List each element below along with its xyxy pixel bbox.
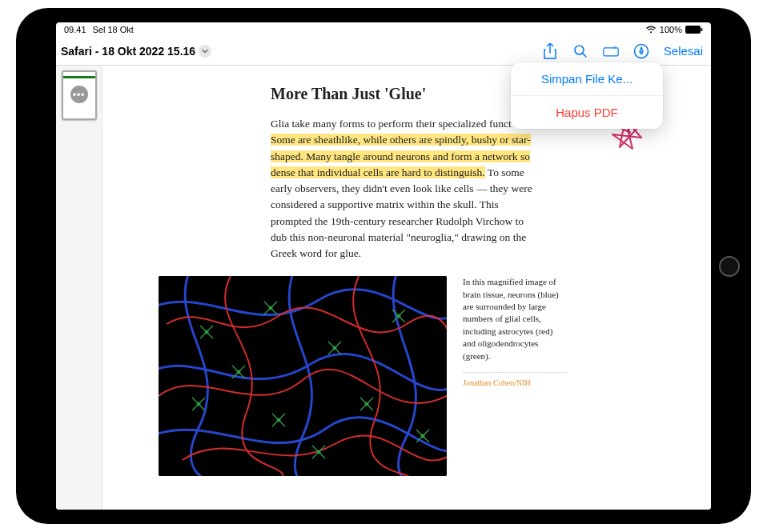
svg-point-15 — [317, 450, 321, 454]
svg-rect-1 — [701, 28, 703, 31]
figure-credit: Jonathan Cohen/NIH — [463, 372, 567, 389]
markup-icon — [633, 43, 649, 59]
article-body-pre: Glia take many forms to perform their sp… — [271, 118, 512, 130]
svg-point-13 — [421, 434, 425, 438]
svg-point-6 — [205, 330, 209, 334]
title-dropdown-button[interactable] — [199, 45, 211, 58]
figure-caption-text: In this magnified image of brain tissue,… — [463, 277, 559, 360]
status-date: Sel 18 Okt — [93, 25, 134, 34]
battery-icon — [685, 26, 703, 34]
status-bar: 09.41 Sel 18 Okt 100% — [56, 22, 711, 37]
done-button[interactable]: Selesai — [664, 44, 703, 58]
svg-rect-0 — [685, 26, 701, 34]
ipad-device-frame: 09.41 Sel 18 Okt 100% Safari - 18 Okt 20… — [16, 8, 751, 524]
delete-pdf-menuitem[interactable]: Hapus PDF — [511, 96, 663, 129]
svg-point-2 — [575, 46, 584, 54]
article-body: Glia take many forms to perform their sp… — [271, 116, 535, 262]
thumbnail-more-button[interactable]: ••• — [70, 86, 88, 103]
article-body-post: To some early observers, they didn't eve… — [271, 166, 532, 259]
status-time: 09.41 — [64, 25, 86, 34]
wifi-icon — [645, 26, 657, 34]
share-icon — [543, 43, 557, 59]
document-title: Safari - 18 Okt 2022 15.16 — [61, 45, 195, 58]
search-button[interactable] — [572, 43, 588, 59]
svg-point-4 — [634, 44, 648, 58]
document-page[interactable]: More Than Just 'Glue' Glia take many for… — [102, 66, 711, 510]
svg-point-8 — [333, 346, 337, 350]
svg-point-14 — [237, 370, 241, 374]
page-thumbnail[interactable]: ••• — [62, 70, 97, 120]
svg-point-12 — [365, 402, 369, 406]
markup-toolbar: Safari - 18 Okt 2022 15.16 Selesa — [56, 37, 711, 66]
svg-point-9 — [397, 314, 401, 318]
search-icon — [573, 44, 588, 58]
svg-rect-3 — [604, 47, 618, 55]
svg-point-10 — [197, 402, 201, 406]
article-figure-image — [159, 276, 447, 476]
chevron-down-icon — [202, 48, 208, 54]
markup-action-popover: Simpan File Ke... Hapus PDF — [511, 62, 663, 129]
textbox-button[interactable] — [603, 43, 619, 59]
share-button[interactable] — [542, 43, 558, 59]
textbox-icon — [603, 45, 619, 58]
page-thumbnail-strip[interactable]: ••• — [56, 66, 102, 510]
screen: 09.41 Sel 18 Okt 100% Safari - 18 Okt 20… — [56, 22, 711, 510]
svg-point-11 — [277, 418, 281, 422]
markup-button[interactable] — [633, 43, 649, 59]
home-button[interactable] — [719, 256, 740, 277]
svg-point-7 — [269, 306, 273, 310]
status-battery-text: 100% — [660, 25, 682, 34]
figure-caption: In this magnified image of brain tissue,… — [463, 276, 567, 476]
save-file-to-menuitem[interactable]: Simpan File Ke... — [511, 62, 663, 96]
